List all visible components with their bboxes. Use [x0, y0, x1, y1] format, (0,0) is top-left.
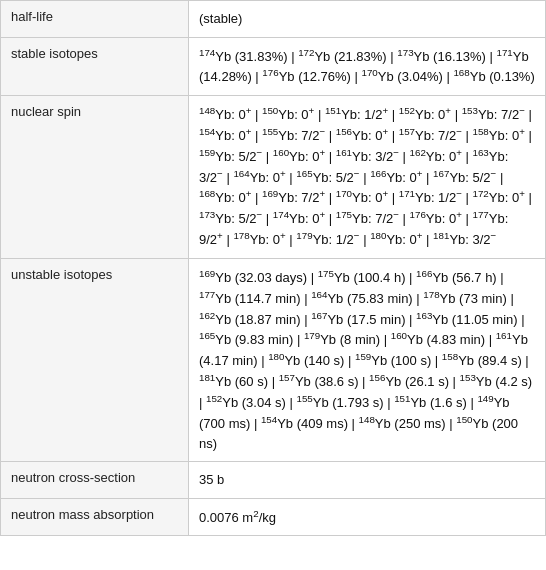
- row-value-3: 169Yb (32.03 days) | 175Yb (100.4 h) | 1…: [189, 258, 546, 461]
- row-label-3: unstable isotopes: [1, 258, 189, 461]
- row-value-1: 174Yb (31.83%) | 172Yb (21.83%) | 173Yb …: [189, 37, 546, 96]
- row-value-4: 35 b: [189, 462, 546, 499]
- row-label-2: nuclear spin: [1, 96, 189, 259]
- row-value-2: 148Yb: 0+ | 150Yb: 0+ | 151Yb: 1/2+ | 15…: [189, 96, 546, 259]
- row-label-1: stable isotopes: [1, 37, 189, 96]
- row-value-5: 0.0076 m2/kg: [189, 498, 546, 536]
- row-label-4: neutron cross-section: [1, 462, 189, 499]
- property-table: half-life(stable)stable isotopes174Yb (3…: [0, 0, 546, 536]
- row-label-5: neutron mass absorption: [1, 498, 189, 536]
- row-value-0: (stable): [189, 1, 546, 38]
- row-label-0: half-life: [1, 1, 189, 38]
